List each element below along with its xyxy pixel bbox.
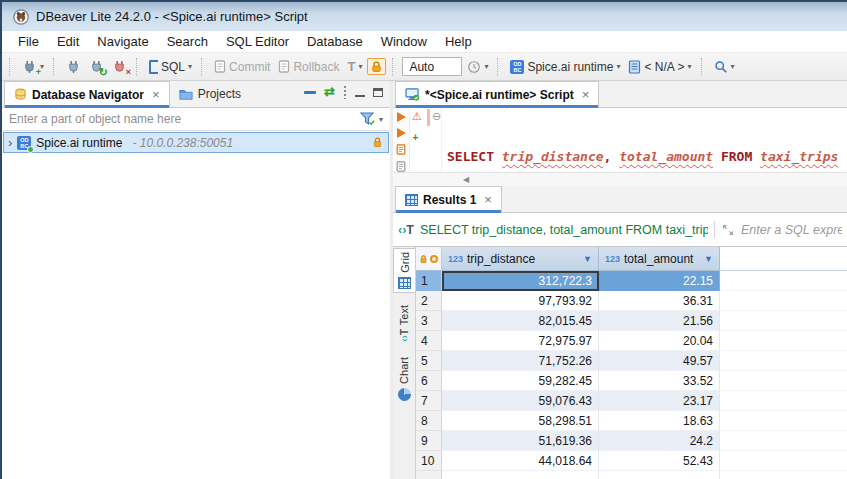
cell-total-amount[interactable]: 18.63 bbox=[599, 411, 720, 431]
execute-new-tab-icon[interactable]: + bbox=[397, 128, 406, 138]
sql-editor-button[interactable]: SQL ▾ bbox=[146, 58, 195, 76]
cell-total-amount[interactable]: 33.52 bbox=[599, 371, 720, 391]
toolbar-separator bbox=[497, 58, 501, 76]
tab-label: Grid bbox=[399, 252, 411, 273]
sort-icon[interactable]: ▼ bbox=[704, 254, 713, 264]
cell-trip-distance[interactable]: 82,015.45 bbox=[442, 311, 599, 331]
presentation-tab-chart[interactable]: Chart bbox=[393, 354, 415, 404]
search-button[interactable]: ▾ bbox=[711, 58, 738, 76]
row-number-cell[interactable]: 1 bbox=[416, 271, 442, 291]
cell-total-amount[interactable]: 21.56 bbox=[599, 311, 720, 331]
view-menu-icon[interactable] bbox=[343, 85, 347, 99]
menu-database[interactable]: Database bbox=[298, 32, 372, 51]
active-database-selector[interactable]: < N/A > ▾ bbox=[625, 58, 694, 76]
cell-total-amount[interactable]: 22.15 bbox=[599, 271, 720, 291]
tab-projects[interactable]: Projects bbox=[170, 81, 250, 107]
row-filler bbox=[720, 391, 847, 411]
cell-trip-distance[interactable]: 312,722.3 bbox=[442, 271, 599, 291]
scroll-left-arrow-icon[interactable]: ◀ bbox=[463, 175, 469, 184]
tab-label: Chart bbox=[398, 357, 410, 384]
cell-total-amount[interactable]: 23.17 bbox=[599, 391, 720, 411]
column-header-total-amount[interactable]: 123 total_amount ▼ bbox=[599, 247, 720, 271]
autocommit-lock-toggle[interactable] bbox=[367, 58, 386, 75]
row-number-cell[interactable]: 2 bbox=[416, 291, 442, 311]
commit-mode-combo[interactable]: Auto bbox=[402, 57, 462, 76]
row-number-cell[interactable]: 9 bbox=[416, 431, 442, 451]
cell-trip-distance[interactable]: 72,975.97 bbox=[442, 331, 599, 351]
editor-horizontal-scrollbar[interactable]: ◀ bbox=[393, 172, 847, 186]
cell-trip-distance[interactable]: 59,282.45 bbox=[442, 371, 599, 391]
presentation-tab-text[interactable]: Text ‹›T bbox=[393, 302, 415, 345]
grid-corner-cell[interactable] bbox=[416, 247, 442, 271]
cell-trip-distance[interactable]: 97,793.92 bbox=[442, 291, 599, 311]
connect-button[interactable] bbox=[63, 57, 84, 76]
cell-trip-distance[interactable]: 71,752.26 bbox=[442, 351, 599, 371]
row-number-cell[interactable]: 10 bbox=[416, 451, 442, 471]
row-number-cell[interactable]: 8 bbox=[416, 411, 442, 431]
close-icon[interactable]: × bbox=[152, 87, 160, 102]
table-row: 297,793.9236.31 bbox=[416, 291, 847, 311]
cell-total-amount[interactable]: 36.31 bbox=[599, 291, 720, 311]
tab-results-1[interactable]: Results 1 × bbox=[395, 186, 502, 212]
chevron-down-icon: ▾ bbox=[484, 62, 488, 71]
sql-line-1[interactable]: SELECT trip_distance, total_amount FROM … bbox=[443, 147, 847, 166]
table-row: 571,752.2649.57 bbox=[416, 351, 847, 371]
close-icon[interactable]: × bbox=[582, 87, 590, 102]
close-icon[interactable]: × bbox=[484, 192, 492, 207]
row-number-cell[interactable]: 6 bbox=[416, 371, 442, 391]
tab-sql-script[interactable]: *<Spice.ai runtime> Script × bbox=[395, 81, 599, 107]
cell-trip-distance[interactable]: 58,298.51 bbox=[442, 411, 599, 431]
cell-trip-distance[interactable]: 59,076.43 bbox=[442, 391, 599, 411]
menu-search[interactable]: Search bbox=[158, 32, 217, 51]
fold-collapse-icon[interactable]: ⊖ bbox=[432, 110, 441, 123]
row-number-cell[interactable]: 5 bbox=[416, 351, 442, 371]
sql-editor-body[interactable]: + ⚠ ⊖ SELECT trip_distance, total_amount… bbox=[393, 108, 847, 172]
explain-plan-icon[interactable] bbox=[395, 161, 407, 172]
transaction-mode-button[interactable]: T ▾ bbox=[344, 57, 365, 76]
filter-settings-button[interactable]: ▾ bbox=[360, 112, 390, 126]
transaction-log-button[interactable]: ▾ bbox=[464, 58, 491, 76]
cell-trip-distance[interactable]: 44,018.64 bbox=[442, 451, 599, 471]
menu-window[interactable]: Window bbox=[372, 32, 436, 51]
menu-file[interactable]: File bbox=[9, 32, 48, 51]
expand-chevron-icon[interactable]: › bbox=[8, 135, 12, 150]
row-number-cell[interactable]: 4 bbox=[416, 331, 442, 351]
cell-total-amount[interactable]: 52.43 bbox=[599, 451, 720, 471]
disconnect-button[interactable]: × bbox=[109, 57, 130, 76]
toolbar-drag-handle bbox=[9, 58, 13, 76]
menu-edit[interactable]: Edit bbox=[48, 32, 88, 51]
menu-navigate[interactable]: Navigate bbox=[88, 32, 157, 51]
expand-panel-icon[interactable] bbox=[721, 223, 735, 237]
sql-expression-filter-placeholder[interactable]: Enter a SQL expression to bbox=[741, 223, 842, 237]
commit-button[interactable]: Commit bbox=[211, 58, 273, 76]
row-number-cell[interactable]: 3 bbox=[416, 311, 442, 331]
numeric-type-icon: 123 bbox=[605, 254, 620, 264]
tab-database-navigator[interactable]: Database Navigator × bbox=[4, 81, 170, 107]
new-connection-button[interactable]: + ▾ bbox=[19, 57, 47, 76]
connection-address: - 10.0.0.238:50051 bbox=[132, 136, 233, 150]
link-with-editor-icon[interactable]: ⇄ bbox=[324, 87, 335, 97]
cell-total-amount[interactable]: 20.04 bbox=[599, 331, 720, 351]
cell-total-amount[interactable]: 49.57 bbox=[599, 351, 720, 371]
rollback-button[interactable]: Rollback bbox=[275, 58, 342, 76]
sort-desc-icon[interactable]: ▼ bbox=[583, 254, 592, 264]
row-number-cell[interactable]: 7 bbox=[416, 391, 442, 411]
menu-help[interactable]: Help bbox=[436, 32, 481, 51]
column-header-trip-distance[interactable]: 123 trip_distance ▼ bbox=[442, 247, 599, 271]
active-connection-selector[interactable]: ODBC Spice.ai runtime ▾ bbox=[507, 58, 623, 76]
reconnect-button[interactable]: ↻ bbox=[86, 57, 107, 76]
cell-total-amount[interactable]: 24.2 bbox=[599, 431, 720, 451]
minimize-icon[interactable] bbox=[355, 88, 365, 97]
object-name-filter-input[interactable] bbox=[2, 108, 360, 130]
presentation-tab-grid[interactable]: Grid bbox=[393, 248, 415, 293]
execute-script-icon[interactable] bbox=[395, 144, 407, 155]
clock-icon bbox=[467, 60, 481, 74]
connection-node-spiceai[interactable]: › ODBC Spice.ai runtime - 10.0.0.238:500… bbox=[3, 132, 389, 153]
maximize-icon[interactable] bbox=[373, 88, 383, 97]
cell-trip-distance[interactable]: 51,619.36 bbox=[442, 431, 599, 451]
execute-statement-icon[interactable] bbox=[397, 112, 406, 122]
menu-sql-editor[interactable]: SQL Editor bbox=[217, 32, 298, 51]
minimize-view-icon[interactable] bbox=[304, 91, 316, 94]
table-row: 951,619.3624.2 bbox=[416, 431, 847, 451]
sql-code[interactable]: SELECT trip_distance, total_amount FROM … bbox=[443, 109, 847, 172]
